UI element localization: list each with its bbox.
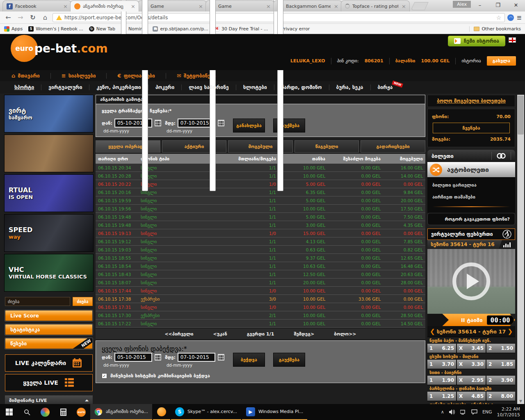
site-logo[interactable]: euro pe-bet.com bbox=[11, 35, 108, 62]
close-button[interactable]: ✕ bbox=[507, 0, 525, 10]
ssl-warning-icon[interactable] bbox=[56, 15, 62, 20]
action-center-icon[interactable] bbox=[471, 409, 477, 415]
browser-tab[interactable]: ანგარიშის ოპერაც× bbox=[70, 0, 139, 11]
odd-button[interactable]: 16.25 bbox=[427, 344, 456, 353]
current-live-bar[interactable]: მიმდინარე LIVE⏶ bbox=[5, 395, 93, 404]
table-row[interactable]: 06.10.15 19:48სინგლი1/15.00 GEL0.00 GEL7… bbox=[96, 213, 425, 221]
secondary-nav-5[interactable]: სლოტები bbox=[236, 84, 274, 90]
tab-close-icon[interactable]: × bbox=[130, 3, 136, 9]
print-cancel-button[interactable]: გაუქმება bbox=[273, 353, 305, 367]
table-row[interactable]: 06.10.15 17:44სინგლი1/010.00 GEL0.00 GEL… bbox=[96, 287, 425, 295]
georgian-flag-icon[interactable] bbox=[509, 37, 516, 43]
page-link-4[interactable]: ბოლო>> bbox=[334, 331, 356, 337]
table-row[interactable]: 06.10.15 18:55სინგლი1/19.37 GEL0.00 GEL1… bbox=[96, 254, 425, 262]
autoticket-button[interactable]: ავტობილეთი bbox=[427, 162, 515, 178]
my-history-button[interactable]: ჩემი ისტორია bbox=[448, 36, 505, 46]
bookmark-item[interactable]: ⛟erp.sbtjapan.com/p... bbox=[153, 26, 208, 32]
filter-tab-3[interactable]: წაგებული bbox=[294, 140, 359, 153]
virtual-football-header[interactable]: ვირტუალური ფეხბურთი bbox=[427, 228, 515, 240]
odd-button[interactable]: X3.45 bbox=[457, 344, 486, 353]
scrollbar-thumb[interactable] bbox=[518, 96, 524, 135]
refresh-button[interactable]: განახლება bbox=[233, 119, 265, 132]
calendar-icon[interactable] bbox=[154, 119, 162, 127]
table-row[interactable]: 06.10.15 19:12სინგლი1/14.13 GEL0.00 GEL7… bbox=[96, 237, 425, 246]
collapse-icon[interactable]: ⏶ bbox=[85, 398, 89, 403]
sidebar-button-1[interactable]: სტატისტიკა bbox=[5, 324, 93, 335]
table-row[interactable]: 06.10.15 18:07სინგლი1/120.00 GEL0.00 GEL… bbox=[96, 278, 425, 287]
juice-taskbar-button[interactable] bbox=[153, 404, 170, 420]
browser-tab[interactable]: Backgammon Game× bbox=[273, 0, 342, 11]
bookmark-item[interactable]: SWomen's | Reebok ... bbox=[28, 26, 83, 32]
tab-close-icon[interactable]: × bbox=[265, 3, 272, 9]
minimize-button[interactable]: – bbox=[471, 0, 489, 10]
basketball-banner[interactable] bbox=[4, 135, 94, 172]
paint-app-icon[interactable] bbox=[36, 404, 54, 420]
calculator-app-icon[interactable] bbox=[54, 404, 72, 420]
sidebar-button-0[interactable]: Live Score bbox=[5, 310, 93, 321]
scrollbar-down-arrow[interactable]: ▼ bbox=[517, 399, 524, 403]
odd-button[interactable]: 23.90 bbox=[486, 376, 515, 385]
logout-button[interactable]: გასვლა bbox=[487, 56, 516, 66]
filter-tab-4[interactable]: გადარიცხვები bbox=[361, 140, 425, 153]
secondary-nav-1[interactable]: ვირტუალური bbox=[41, 84, 89, 90]
table-row[interactable]: 06.10.15 19:48სინგლი1/13.00 GEL0.00 GEL4… bbox=[96, 221, 425, 229]
virtual-sports-banner[interactable]: ვირტსამყარო bbox=[4, 95, 94, 132]
page-link-3[interactable]: შემდეგ> bbox=[294, 331, 314, 337]
tab-close-icon[interactable]: × bbox=[401, 3, 407, 9]
primary-nav-1[interactable]: ≡სიახლეები bbox=[62, 73, 96, 79]
last-winning-tickets-link[interactable]: ბოლო მოგებული ბილეთები bbox=[427, 95, 515, 107]
maximize-button[interactable]: ❐ bbox=[489, 0, 507, 10]
odd-button[interactable]: X2.95 bbox=[457, 376, 486, 385]
minus-system-checkbox[interactable]: ✓ bbox=[102, 373, 107, 379]
hidden-icons-chevron[interactable]: ∧ bbox=[441, 409, 444, 415]
print-button[interactable]: ბეჭდვა bbox=[233, 353, 265, 367]
prev-round-icon[interactable]: ❮ bbox=[430, 328, 435, 335]
table-row[interactable]: 06.10.15 17:38ექსპრესი3/010.00 GEL33.06 … bbox=[96, 295, 425, 303]
browser-tab[interactable]: fFacebook× bbox=[2, 0, 71, 11]
page-link-0[interactable]: <<პირველი bbox=[164, 331, 193, 337]
tab-close-icon[interactable]: × bbox=[62, 3, 68, 9]
browser-tab[interactable]: Game× bbox=[138, 0, 207, 11]
network-icon[interactable] bbox=[460, 409, 466, 415]
table-row[interactable]: 06.10.15 19:59სინგლი1/15.00 GEL0.00 GEL2… bbox=[96, 196, 425, 205]
filter-tab-0[interactable]: ყველა ოპერაცია bbox=[96, 140, 160, 153]
search-button[interactable]: ძიება bbox=[73, 297, 93, 306]
wmp-taskbar-button[interactable]: ▶Windows Media Pl... bbox=[242, 404, 307, 420]
europebet-app-icon[interactable]: euro bbox=[72, 404, 90, 420]
chrome-taskbar-button[interactable]: ანგარიშის ოპერა... bbox=[90, 404, 152, 420]
odd-button[interactable]: 13.70 bbox=[427, 360, 456, 369]
secondary-nav-8[interactable]: ბირჟაNEW bbox=[371, 84, 400, 90]
calendar-icon[interactable] bbox=[154, 354, 162, 361]
volume-icon[interactable] bbox=[449, 409, 455, 415]
odd-button[interactable]: 21.85 bbox=[486, 360, 515, 369]
show-button[interactable]: ჩვენება bbox=[433, 123, 510, 133]
odd-button[interactable]: 28.00 bbox=[486, 392, 515, 401]
speedway-banner[interactable]: SPEEDway bbox=[4, 214, 94, 252]
table-row[interactable]: 06.10.15 19:13სინგლი1/015.00 GEL0.00 GEL… bbox=[96, 229, 425, 237]
print-from-date-input[interactable] bbox=[114, 353, 152, 362]
odd-button[interactable]: X4.85 bbox=[457, 392, 486, 401]
all-live-button[interactable]: ყველა LIVE bbox=[5, 374, 93, 391]
virtual-football-video[interactable] bbox=[427, 249, 515, 314]
page-scrollbar[interactable]: ▼ bbox=[517, 95, 524, 404]
vhc-banner[interactable]: VHCVIRTUAL HORSE CLASSICS bbox=[4, 254, 94, 292]
virtual-open-banner[interactable]: RTUALIS OPEN bbox=[4, 174, 94, 212]
primary-nav-2[interactable]: €ფილიალები bbox=[117, 73, 155, 79]
secondary-nav-7[interactable]: ბურა, სეკა bbox=[329, 84, 371, 90]
table-row[interactable]: 06.10.15 19:56სინგლი1/110.00 GEL0.00 GEL… bbox=[96, 205, 425, 213]
language-indicator[interactable]: ENG bbox=[482, 409, 492, 415]
secondary-nav-2[interactable]: კენო, პოკერბეთი bbox=[89, 84, 148, 90]
secondary-nav-3[interactable]: პოკერი bbox=[148, 84, 182, 90]
taskbar-search-icon[interactable] bbox=[18, 404, 36, 420]
chain-link-icon[interactable] bbox=[491, 152, 511, 160]
other-bookmarks[interactable]: Other bookmarks bbox=[469, 26, 521, 32]
sidebar-button-2[interactable]: წესებიNEW bbox=[5, 338, 93, 349]
page-link-1[interactable]: <უკან bbox=[213, 331, 227, 337]
primary-nav-0[interactable]: ⌂მთავარი bbox=[11, 73, 40, 79]
live-calendar-button[interactable]: LIVE კალენდარი bbox=[5, 354, 93, 372]
table-row[interactable]: 06.10.15 17:22სინგლი1/110.00 GEL0.00 GEL… bbox=[96, 320, 425, 328]
odd-button[interactable]: 21.50 bbox=[486, 344, 515, 353]
secondary-nav-6[interactable]: ნარდი, დომინო bbox=[274, 84, 329, 90]
start-button[interactable] bbox=[0, 404, 18, 420]
bookmark-item[interactable]: ↻New Tab bbox=[89, 26, 115, 32]
